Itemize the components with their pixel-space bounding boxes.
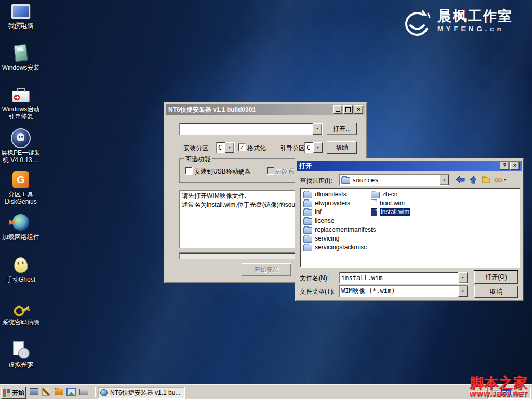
logo-subtitle: MYFENG.cn: [437, 25, 513, 33]
tray-device-icon[interactable]: [491, 390, 499, 396]
file-list-item[interactable]: replacementmanifests: [303, 225, 376, 234]
format-checkbox[interactable]: ✓: [238, 143, 246, 151]
open-file-button[interactable]: 打开...: [327, 123, 357, 135]
folder-icon: [303, 227, 312, 234]
app-orb-icon: [100, 389, 108, 396]
file-list-item-selected[interactable]: install.wim: [371, 208, 410, 216]
taskbar: 开始 NT6快捷安装器 v1.1 bu... CH 00:09: [0, 384, 532, 399]
desktop-icon-network[interactable]: 加载网络组件: [0, 213, 42, 241]
folder-icon: [371, 192, 380, 198]
folder-icon: [303, 236, 312, 243]
look-in-label: 查找范围(I):: [300, 177, 332, 185]
file-list-item[interactable]: boot.wim: [371, 199, 405, 207]
desktop-icon-my-computer[interactable]: 我的电脑: [0, 2, 42, 30]
dropdown-arrow-icon[interactable]: ▼: [313, 142, 323, 153]
folder-icon: [55, 389, 63, 395]
back-button[interactable]: [455, 174, 466, 185]
close-button[interactable]: ×: [510, 162, 520, 170]
file-list-item[interactable]: zh-cn: [371, 190, 397, 198]
system-tray: CH 00:09: [487, 387, 531, 399]
close-button[interactable]: ×: [354, 105, 363, 114]
view-menu-button[interactable]: ▼: [494, 174, 507, 185]
new-folder-button[interactable]: [481, 174, 492, 185]
my-computer-icon: [11, 2, 31, 21]
desktop-icon-diskgenius[interactable]: G 分区工具DiskGenius: [0, 170, 42, 205]
open-dialog-titlebar[interactable]: 打开 ? ×: [297, 161, 522, 171]
help-button[interactable]: 帮助: [327, 141, 357, 154]
folder-icon: [341, 177, 350, 184]
install-partition-combobox[interactable]: C ▼: [216, 142, 235, 153]
file-list[interactable]: dlmanifests etwproviders inf license rep…: [300, 188, 520, 268]
desktop-icon-virtual-cdrom[interactable]: 虚拟光驱: [0, 341, 42, 368]
desktop-icon-label: 加载网络组件: [2, 233, 39, 241]
maximize-button[interactable]: [343, 105, 353, 114]
input-method-badge[interactable]: CH: [501, 389, 511, 396]
file-icon: [371, 208, 377, 216]
look-in-combobox[interactable]: sources ▼: [339, 174, 449, 186]
file-list-item[interactable]: license: [303, 217, 334, 225]
file-list-item[interactable]: dlmanifests: [303, 190, 347, 198]
dropdown-arrow-icon[interactable]: ▼: [313, 123, 322, 135]
quicklaunch-viewer-button[interactable]: [66, 388, 76, 396]
first-aid-kit-icon: [11, 85, 31, 104]
start-install-button[interactable]: 开始安装: [242, 263, 291, 276]
desktop-icon-label: 晨枫PE一键装机 V4.0.13....: [0, 149, 42, 164]
start-button[interactable]: 开始: [1, 387, 26, 399]
context-help-button[interactable]: ?: [500, 162, 509, 170]
quicklaunch-desktop-button[interactable]: [29, 388, 38, 396]
install-disk-icon: [11, 44, 31, 62]
wim-path-combobox[interactable]: ▼: [179, 123, 323, 135]
up-one-level-button[interactable]: [468, 174, 479, 185]
myfeng-smile-icon: [404, 8, 432, 37]
nt6-window-title: NT6快捷安装器 v1.1 build0301: [168, 105, 332, 114]
myfeng-logo: 晨枫工作室 MYFENG.cn: [404, 8, 513, 37]
desktop-icon-windows-install[interactable]: Windows安装: [0, 44, 42, 71]
format-label: 格式化: [247, 144, 266, 153]
open-button[interactable]: 打开(O): [474, 271, 518, 284]
boot-partition-combobox[interactable]: C ▼: [304, 142, 323, 153]
minimize-button[interactable]: [333, 105, 342, 114]
dropdown-arrow-icon[interactable]: ▼: [440, 175, 449, 185]
folder-icon: [303, 218, 312, 225]
package-icon: [79, 389, 88, 395]
logo-title: 晨枫工作室: [437, 8, 513, 24]
desktop-icon-label: 手动Ghost: [6, 276, 35, 283]
filetype-combobox[interactable]: WIM映像 (*.wim) ▼: [339, 285, 468, 297]
change-system-label: 更改系: [275, 167, 294, 176]
globe-icon: [11, 213, 31, 232]
nt6-titlebar[interactable]: NT6快捷安装器 v1.1 build0301 ×: [166, 104, 365, 115]
new-folder-icon: [482, 176, 491, 183]
desktop-icon-label: Windows启动引导修复: [0, 105, 42, 120]
desktop-icon-password-clear[interactable]: 系统密码清除: [0, 298, 42, 326]
usb-install-label: 安装到USB移动硬盘: [194, 167, 251, 176]
monitor-icon: [30, 388, 38, 395]
up-arrow-icon: [469, 176, 477, 184]
diskgenius-icon: G: [11, 170, 31, 189]
usb-install-checkbox[interactable]: [185, 167, 193, 175]
dropdown-arrow-icon[interactable]: ▼: [458, 286, 468, 297]
file-list-item[interactable]: etwproviders: [303, 199, 350, 207]
wim-path-value: [180, 123, 313, 135]
dropdown-arrow-icon[interactable]: ▼: [225, 142, 234, 153]
desktop-icon-boot-repair[interactable]: Windows启动引导修复: [0, 85, 42, 120]
dropdown-arrow-icon[interactable]: ▼: [458, 272, 468, 283]
dropdown-arrow-icon: ▼: [503, 178, 507, 181]
group-title: 可选功能: [184, 155, 212, 164]
filename-combobox[interactable]: install.wim ▼: [339, 272, 468, 284]
key-icon: [11, 298, 31, 317]
cancel-button[interactable]: 取消: [474, 286, 518, 298]
change-system-checkbox[interactable]: [267, 167, 274, 175]
desktop-icon-pe-installer[interactable]: 晨枫PE一键装机 V4.0.13....: [0, 129, 42, 164]
desktop: 晨枫工作室 MYFENG.cn 我的电脑 Windows安装 Windows启动…: [0, 0, 532, 399]
desktop-icon-label: 系统密码清除: [2, 318, 39, 326]
taskbar-window-button-nt6[interactable]: NT6快捷安装器 v1.1 bu...: [98, 387, 185, 399]
file-list-item[interactable]: servicingstackmisc: [303, 243, 367, 251]
file-list-item[interactable]: servicing: [303, 234, 339, 243]
folder-icon: [303, 245, 312, 251]
quicklaunch-filemanager-button[interactable]: [54, 388, 63, 396]
file-list-item[interactable]: inf: [303, 208, 322, 216]
desktop-icon-ghost[interactable]: 手动Ghost: [0, 256, 42, 283]
start-logo-icon: [3, 389, 10, 397]
quicklaunch-editor-button[interactable]: [42, 388, 51, 396]
quicklaunch-package-button[interactable]: [79, 388, 88, 396]
